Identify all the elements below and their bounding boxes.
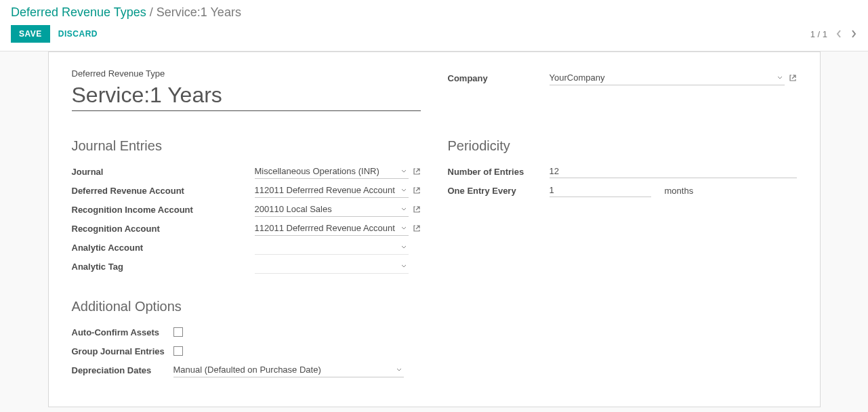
- recog-acct-value: 112011 Deferrred Revenue Account: [255, 223, 399, 233]
- pager-prev[interactable]: [835, 29, 842, 39]
- caret-down-icon: [775, 76, 785, 80]
- analytic-acct-select[interactable]: [255, 240, 409, 255]
- external-link-icon: [789, 74, 797, 82]
- periodicity-title: Periodicity: [448, 138, 797, 154]
- chevron-right-icon: [850, 29, 857, 39]
- external-link-icon: [413, 167, 421, 176]
- recog-income-external-link[interactable]: [413, 205, 421, 213]
- name-input[interactable]: [72, 81, 421, 111]
- breadcrumb: Deferred Revenue Types / Service:1 Years: [11, 5, 857, 20]
- discard-button[interactable]: Discard: [58, 25, 98, 43]
- journal-label: Journal: [72, 167, 255, 177]
- num-entries-input[interactable]: [550, 165, 797, 178]
- one-every-label: One Entry Every: [448, 186, 550, 196]
- one-every-unit: months: [655, 186, 694, 196]
- analytic-tag-select[interactable]: [255, 259, 409, 274]
- group-journal-checkbox[interactable]: [173, 346, 183, 356]
- caret-down-icon: [399, 245, 409, 249]
- recog-acct-label: Recognition Account: [72, 224, 255, 234]
- def-rev-acct-label: Deferred Revenue Account: [72, 186, 255, 196]
- pager: 1 / 1: [810, 29, 857, 39]
- auto-confirm-checkbox[interactable]: [173, 327, 183, 337]
- def-rev-acct-external-link[interactable]: [413, 186, 421, 194]
- deprec-dates-value: Manual (Defaulted on Purchase Date): [173, 365, 394, 375]
- external-link-icon: [413, 224, 421, 232]
- one-every-input[interactable]: [550, 184, 651, 197]
- breadcrumb-sep: /: [146, 5, 157, 19]
- save-button[interactable]: Save: [11, 25, 50, 43]
- external-link-icon: [413, 186, 421, 194]
- deprec-dates-select[interactable]: Manual (Defaulted on Purchase Date): [173, 363, 404, 377]
- pager-text: 1 / 1: [810, 29, 827, 39]
- company-value: YourCompany: [550, 73, 775, 83]
- external-link-icon: [413, 205, 421, 213]
- journal-value: Miscellaneous Operations (INR): [255, 166, 399, 176]
- caret-down-icon: [399, 226, 409, 230]
- journal-external-link[interactable]: [413, 167, 421, 176]
- def-rev-acct-select[interactable]: 112011 Deferrred Revenue Account: [255, 183, 409, 198]
- additional-options-title: Additional Options: [72, 299, 421, 314]
- group-journal-label: Group Journal Entries: [72, 346, 173, 356]
- company-external-link[interactable]: [789, 74, 797, 82]
- company-label: Company: [448, 73, 550, 83]
- analytic-tag-label: Analytic Tag: [72, 262, 255, 272]
- journal-select[interactable]: Miscellaneous Operations (INR): [255, 164, 409, 179]
- recog-acct-external-link[interactable]: [413, 224, 421, 232]
- def-rev-acct-value: 112011 Deferrred Revenue Account: [255, 185, 399, 195]
- type-label: Deferred Revenue Type: [72, 68, 421, 79]
- num-entries-label: Number of Entries: [448, 167, 550, 177]
- company-select[interactable]: YourCompany: [550, 70, 785, 85]
- caret-down-icon: [399, 188, 409, 192]
- journal-entries-title: Journal Entries: [72, 138, 421, 154]
- form-sheet: Deferred Revenue Type Company YourCompan…: [48, 52, 821, 407]
- recog-income-label: Recognition Income Account: [72, 205, 255, 215]
- analytic-acct-label: Analytic Account: [72, 243, 255, 253]
- auto-confirm-label: Auto-Confirm Assets: [72, 327, 173, 337]
- pager-next[interactable]: [850, 29, 857, 39]
- chevron-left-icon: [835, 29, 842, 39]
- recog-income-select[interactable]: 200110 Local Sales: [255, 202, 409, 217]
- deprec-dates-label: Depreciation Dates: [72, 365, 173, 375]
- breadcrumb-current: Service:1 Years: [157, 5, 241, 19]
- caret-down-icon: [394, 368, 404, 372]
- recog-acct-select[interactable]: 112011 Deferrred Revenue Account: [255, 221, 409, 236]
- caret-down-icon: [399, 207, 409, 211]
- breadcrumb-parent-link[interactable]: Deferred Revenue Types: [11, 5, 146, 19]
- caret-down-icon: [399, 169, 409, 173]
- recog-income-value: 200110 Local Sales: [255, 204, 399, 214]
- caret-down-icon: [399, 264, 409, 268]
